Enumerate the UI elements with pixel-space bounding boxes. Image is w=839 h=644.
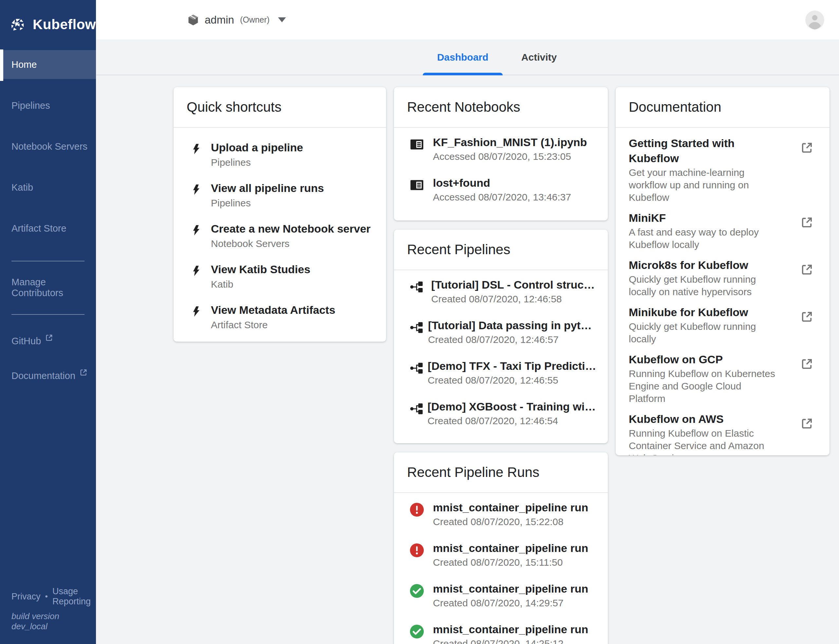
sidebar-item-github[interactable]: GitHub <box>0 327 96 355</box>
doc-title: Getting Started with Kubeflow <box>629 136 777 166</box>
run-name: mnist_container_pipeline run <box>433 582 588 596</box>
pipeline-item[interactable]: [Demo] XGBoost - Training with Confusi..… <box>394 397 608 437</box>
sidebar-item-katib[interactable]: Katib <box>0 173 96 202</box>
doc-desc: Get your machine-learning workflow up an… <box>629 166 777 204</box>
pipeline-run-item[interactable]: mnist_container_pipeline run Created 08/… <box>394 538 608 579</box>
pipeline-meta: Created 08/07/2020, 12:46:57 <box>428 333 598 346</box>
sidebar: Kubeflow Home Pipelines Notebook Servers… <box>0 0 96 644</box>
kubeflow-logo[interactable]: Kubeflow <box>0 0 96 49</box>
notebook-item[interactable]: KF_Fashion_MNIST (1).ipynb Accessed 08/0… <box>394 132 608 173</box>
bolt-icon <box>190 215 211 256</box>
sidebar-item-home[interactable]: Home <box>0 50 96 79</box>
shortcut-view-pipeline-runs[interactable]: View all pipeline runs Pipelines <box>174 174 386 215</box>
sidebar-item-label: Notebook Servers <box>11 141 87 152</box>
sidebar-item-manage-contributors[interactable]: Manage Contributors <box>0 273 96 302</box>
dashboard-content: Quick shortcuts Upload a pipeline Pipeli… <box>96 76 839 644</box>
package-icon <box>187 14 199 26</box>
sidebar-scroll-indicator[interactable] <box>0 49 3 81</box>
shortcut-subtitle: Artifact Store <box>211 319 335 332</box>
sidebar-item-label: Manage Contributors <box>11 277 96 298</box>
sidebar-nav: Home Pipelines Notebook Servers Katib Ar… <box>0 49 96 390</box>
shortcut-create-notebook-server[interactable]: Create a new Notebook server Notebook Se… <box>174 215 386 256</box>
sidebar-item-documentation[interactable]: Documentation <box>0 361 96 390</box>
sidebar-item-artifact-store[interactable]: Artifact Store <box>0 214 96 243</box>
bolt-icon <box>190 134 211 174</box>
open-in-new-icon <box>800 357 814 371</box>
doc-link-getting-started[interactable]: Getting Started with Kubeflow Get your m… <box>629 129 816 204</box>
tab-dashboard[interactable]: Dashboard <box>423 40 503 75</box>
notebook-icon <box>409 176 433 214</box>
usage-reporting-link[interactable]: Usage Reporting <box>53 586 96 607</box>
kubeflow-logo-icon <box>10 13 25 36</box>
external-link-icon <box>79 368 88 377</box>
privacy-link[interactable]: Privacy <box>11 591 41 602</box>
tab-activity[interactable]: Activity <box>503 40 575 75</box>
doc-link-microk8s[interactable]: Microk8s for Kubeflow Quickly get Kubefl… <box>629 251 816 298</box>
open-in-new-icon <box>800 310 814 324</box>
column-recent-activity: Recent Notebooks <box>394 87 608 644</box>
doc-link-minikube[interactable]: Minikube for Kubeflow Quickly get Kubefl… <box>629 298 816 345</box>
shortcut-subtitle: Katib <box>211 278 310 291</box>
shortcut-view-katib-studies[interactable]: View Katib Studies Katib <box>174 256 386 296</box>
recent-notebooks-card: Recent Notebooks <box>394 87 608 220</box>
pipeline-run-item[interactable]: mnist_container_pipeline run Created 08/… <box>394 579 608 619</box>
namespace-selector[interactable]: admin (Owner) <box>187 14 286 26</box>
sidebar-item-notebook-servers[interactable]: Notebook Servers <box>0 132 96 161</box>
run-meta: Created 08/07/2020, 14:29:57 <box>433 596 588 610</box>
shortcut-title: Create a new Notebook server <box>211 222 371 236</box>
notebook-item[interactable]: lost+found Accessed 08/07/2020, 13:46:37 <box>394 173 608 214</box>
pipeline-item[interactable]: [Tutorial] DSL - Control structures Crea… <box>394 275 608 315</box>
sidebar-divider <box>11 261 84 261</box>
pipeline-name: [Demo] TFX - Taxi Tip Prediction Model .… <box>428 359 598 373</box>
bolt-icon <box>190 174 211 215</box>
notebook-icon <box>409 135 433 173</box>
column-documentation: Documentation Getting Started with Kubef… <box>616 87 829 455</box>
quick-shortcuts-list: Upload a pipeline Pipelines View all pip… <box>174 128 386 337</box>
sidebar-item-pipelines[interactable]: Pipelines <box>0 91 96 120</box>
doc-link-kubeflow-aws[interactable]: Kubeflow on AWS Running Kubeflow on Elas… <box>629 405 816 455</box>
notebook-meta: Accessed 08/07/2020, 15:23:05 <box>433 150 587 163</box>
chevron-down-icon <box>278 17 286 22</box>
pipeline-meta: Created 08/07/2020, 12:46:54 <box>427 414 598 427</box>
namespace-name: admin <box>205 14 234 26</box>
tab-label: Activity <box>521 52 557 63</box>
external-link-icon <box>45 334 53 342</box>
notebook-name: KF_Fashion_MNIST (1).ipynb <box>433 135 587 150</box>
sidebar-item-label: Artifact Store <box>11 223 66 234</box>
shortcut-title: View Katib Studies <box>211 262 310 276</box>
card-title: Quick shortcuts <box>174 87 386 128</box>
success-icon <box>409 582 433 619</box>
doc-title: Microk8s for Kubeflow <box>629 258 777 273</box>
pipeline-icon <box>409 318 428 356</box>
card-title: Recent Notebooks <box>394 87 608 128</box>
pipeline-run-item[interactable]: mnist_container_pipeline run Created 08/… <box>394 498 608 538</box>
kubeflow-dashboard: Kubeflow Home Pipelines Notebook Servers… <box>0 0 839 644</box>
card-title: Recent Pipelines <box>394 230 608 270</box>
pipeline-run-item[interactable]: mnist_container_pipeline run Created 08/… <box>394 619 608 644</box>
run-meta: Created 08/07/2020, 15:11:50 <box>433 556 588 569</box>
doc-link-kubeflow-gcp[interactable]: Kubeflow on GCP Running Kubeflow on Kube… <box>629 345 816 405</box>
shortcut-upload-pipeline[interactable]: Upload a pipeline Pipelines <box>174 134 386 174</box>
sidebar-item-label: Katib <box>11 182 33 193</box>
doc-link-minikf[interactable]: MiniKF A fast and easy way to deploy Kub… <box>629 204 816 251</box>
bolt-icon <box>190 256 211 296</box>
run-meta: Created 08/07/2020, 14:25:12 <box>433 637 588 644</box>
recent-pipeline-runs-card: Recent Pipeline Runs mn <box>394 452 608 644</box>
bolt-icon <box>190 296 211 337</box>
card-title: Documentation <box>616 87 829 128</box>
pipeline-item[interactable]: [Demo] TFX - Taxi Tip Prediction Model .… <box>394 356 608 397</box>
tab-bar: Dashboard Activity <box>96 40 839 76</box>
logo-text: Kubeflow <box>33 17 96 33</box>
shortcut-title: Upload a pipeline <box>211 140 303 154</box>
doc-title: Kubeflow on AWS <box>629 411 777 427</box>
run-name: mnist_container_pipeline run <box>433 622 588 636</box>
avatar[interactable] <box>805 10 824 30</box>
doc-title: Kubeflow on GCP <box>629 352 777 367</box>
shortcut-view-metadata-artifacts[interactable]: View Metadata Artifacts Artifact Store <box>174 296 386 337</box>
shortcut-subtitle: Pipelines <box>211 197 324 210</box>
open-in-new-icon <box>800 417 814 430</box>
pipeline-item[interactable]: [Tutorial] Data passing in python comp..… <box>394 315 608 356</box>
pipeline-icon <box>409 278 431 315</box>
topbar: admin (Owner) <box>96 0 839 40</box>
quick-shortcuts-card: Quick shortcuts Upload a pipeline Pipeli… <box>174 87 386 342</box>
